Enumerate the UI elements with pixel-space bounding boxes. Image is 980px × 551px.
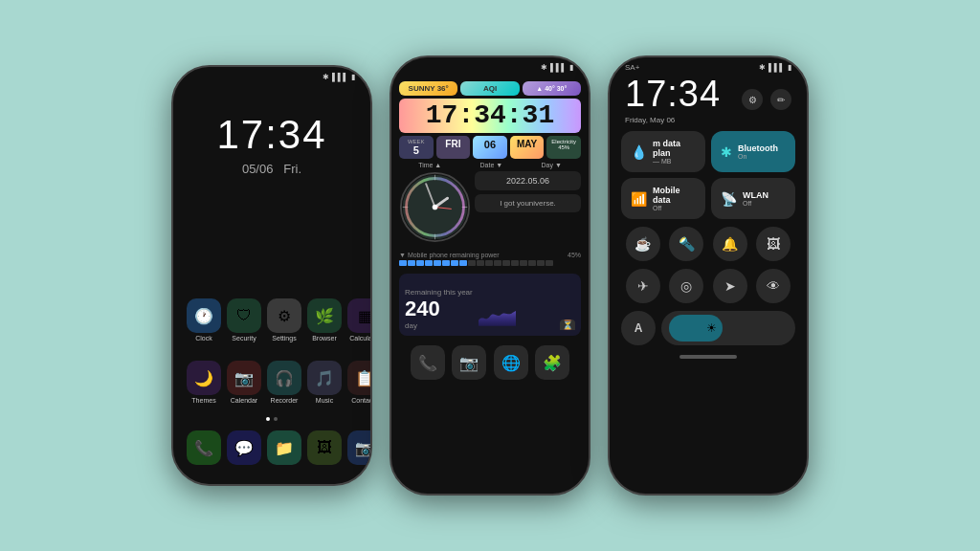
app-contacts[interactable]: 📋 Contacts bbox=[347, 361, 372, 404]
dock-phone[interactable]: 📞 bbox=[187, 430, 221, 465]
bblock-12 bbox=[494, 260, 501, 266]
phone2-dock: 📞 📷 🌐 🧩 bbox=[391, 340, 589, 393]
bblock-15 bbox=[520, 260, 527, 266]
edit-icon[interactable]: ✏ bbox=[770, 89, 791, 110]
coffee-icon-btn[interactable]: ☕ bbox=[626, 227, 660, 261]
dock-gallery[interactable]: 🖼 bbox=[307, 430, 342, 465]
bblock-13 bbox=[502, 260, 510, 266]
phone2-bluetooth-icon: ✱ bbox=[541, 63, 547, 72]
app-settings[interactable]: ⚙ Settings bbox=[267, 298, 301, 342]
data-plan-tile[interactable]: 💧 m data plan — MB bbox=[621, 131, 705, 172]
dock-puzzle[interactable]: 🧩 bbox=[535, 345, 569, 380]
eye-icon-btn[interactable]: 👁 bbox=[756, 269, 791, 303]
battery-label: ▼ Mobile phone remaining power 45% bbox=[399, 252, 581, 258]
wlan-tile[interactable]: 📡 WLAN Off bbox=[711, 178, 795, 219]
app-calendar-icon: 📷 bbox=[227, 361, 261, 395]
phone-3: SA+ ✱ ▌▌▌ ▮ 17:34 Friday, May 06 ⚙ ✏ bbox=[608, 55, 809, 496]
date-display-box: 2022.05.06 bbox=[475, 171, 581, 190]
analog-date-row: 2022.05.06 I got youniverse. bbox=[391, 171, 589, 248]
app-contacts-icon: 📋 bbox=[347, 361, 372, 395]
phone2-top-widgets: SUNNY 36° AQI ▲ 40° 30° bbox=[391, 74, 589, 96]
bblock-16 bbox=[528, 260, 536, 266]
bblock-11 bbox=[485, 260, 493, 266]
accessibility-btn[interactable]: A bbox=[621, 311, 656, 345]
dock-phone2[interactable]: 📞 bbox=[411, 345, 445, 380]
dot-2 bbox=[274, 417, 278, 421]
phone1-app-grid-row2: 🌙 Themes 📷 Calendar 🎧 Recorder 🎵 Music 📋 bbox=[173, 351, 370, 413]
control-bottom-row: A ☀ bbox=[610, 307, 807, 349]
bluetooth-tile[interactable]: ✱ Bluetooth On bbox=[711, 131, 795, 172]
app-themes-icon: 🌙 bbox=[187, 361, 221, 395]
app-browser[interactable]: 🌿 Browser bbox=[307, 298, 342, 342]
data-plan-icon: 💧 bbox=[631, 144, 647, 160]
dock-phone-icon: 📞 bbox=[187, 430, 221, 465]
bell-icon-btn[interactable]: 🔔 bbox=[713, 227, 747, 261]
home-bar[interactable] bbox=[679, 355, 737, 359]
phone2-status-icons: ✱ ▌▌▌ ▮ bbox=[541, 63, 573, 72]
date-msg-col: 2022.05.06 I got youniverse. bbox=[475, 171, 581, 248]
phone1-clock: 17:34 bbox=[173, 112, 370, 158]
app-clock-label: Clock bbox=[195, 335, 212, 342]
app-calculator[interactable]: ▦ Calculator bbox=[347, 298, 372, 342]
bblock-10 bbox=[477, 260, 484, 266]
week-widget: WEEK 5 bbox=[399, 136, 434, 159]
app-security-icon: 🛡 bbox=[227, 298, 261, 333]
dock-gallery-icon: 🖼 bbox=[307, 430, 342, 465]
lcd-clock-widget: 17:34:31 bbox=[399, 99, 581, 133]
year-text-col: Remaining this year 240 day bbox=[405, 288, 473, 330]
brightness-slider[interactable]: ☀ bbox=[661, 311, 795, 345]
app-browser-label: Browser bbox=[312, 335, 337, 342]
sun-icon: ☀ bbox=[706, 321, 717, 335]
year-small-charts: TODAY ⏳ bbox=[522, 320, 575, 330]
control-center-grid: 💧 m data plan — MB ✱ Bluetooth On 📶 bbox=[610, 127, 807, 223]
flashlight-icon-btn[interactable]: 🔦 bbox=[669, 227, 703, 261]
phone3-status-icons: ✱ ▌▌▌ ▮ bbox=[759, 63, 791, 72]
day-widget: 06 bbox=[473, 136, 507, 159]
mobile-data-icon: 📶 bbox=[631, 191, 647, 207]
location-icon-btn[interactable]: ➤ bbox=[713, 269, 747, 303]
app-browser-icon: 🌿 bbox=[307, 298, 342, 333]
app-clock-icon: 🕐 bbox=[187, 298, 221, 333]
electricity-widget: Electricity 45% bbox=[546, 136, 581, 159]
app-calendar-label: Calendar bbox=[231, 397, 257, 404]
app-settings-label: Settings bbox=[272, 335, 296, 342]
phone1-date: 05/06 Fri. bbox=[173, 162, 370, 176]
brightness-fill: ☀ bbox=[669, 315, 723, 342]
dock-camera2[interactable]: 📷 bbox=[452, 345, 486, 380]
app-music-icon: 🎵 bbox=[307, 361, 342, 395]
phone3-time-section: 17:34 Friday, May 06 bbox=[625, 74, 721, 125]
app-recorder[interactable]: 🎧 Recorder bbox=[267, 361, 301, 404]
phone2-row2-widgets: WEEK 5 FRI 06 MAY Electricity 45% bbox=[391, 136, 589, 159]
phones-container: ✱ ▌▌▌ ▮ 17:34 05/06 Fri. 🕐 Clock bbox=[171, 55, 809, 496]
battery-section: ▼ Mobile phone remaining power 45% bbox=[391, 248, 589, 270]
airplane-icon-btn[interactable]: ✈ bbox=[626, 269, 660, 303]
phone1-status-icons: ✱ ▌▌▌ ▮ bbox=[323, 73, 355, 81]
phone3-date: Friday, May 06 bbox=[625, 115, 721, 125]
focus-icon-btn[interactable]: ◎ bbox=[669, 269, 703, 303]
dock-files[interactable]: 📁 bbox=[267, 430, 301, 465]
battery-icon: ▮ bbox=[351, 73, 355, 81]
app-themes[interactable]: 🌙 Themes bbox=[187, 361, 221, 404]
app-themes-label: Themes bbox=[191, 397, 215, 404]
app-clock[interactable]: 🕐 Clock bbox=[187, 298, 221, 342]
bblock-17 bbox=[537, 260, 545, 266]
bblock-5 bbox=[434, 260, 441, 266]
bblock-3 bbox=[416, 260, 424, 266]
app-security[interactable]: 🛡 Security bbox=[227, 298, 261, 342]
dock-browser2[interactable]: 🌐 bbox=[494, 345, 528, 380]
signal-icon: ▌▌▌ bbox=[332, 73, 348, 81]
app-recorder-icon: 🎧 bbox=[267, 361, 301, 395]
app-music[interactable]: 🎵 Music bbox=[307, 361, 342, 404]
dock-messages[interactable]: 💬 bbox=[227, 430, 261, 465]
time-date-bar: Time ▲ Date ▼ Day ▼ bbox=[391, 159, 589, 171]
app-settings-icon: ⚙ bbox=[267, 298, 301, 333]
dock-camera[interactable]: 📷 bbox=[347, 430, 372, 465]
app-calendar[interactable]: 📷 Calendar bbox=[227, 361, 261, 404]
phone2-screen: ✱ ▌▌▌ ▮ SUNNY 36° AQI ▲ 40° 30° 17:34:31 bbox=[391, 57, 589, 494]
phone1-dock: 📞 💬 📁 🖼 📷 bbox=[173, 425, 370, 484]
phone-1: ✱ ▌▌▌ ▮ 17:34 05/06 Fri. 🕐 Clock bbox=[171, 65, 372, 486]
settings-gear-icon[interactable]: ⚙ bbox=[742, 89, 763, 110]
screenshot-icon-btn[interactable]: 🖼 bbox=[756, 227, 791, 261]
mobile-data-tile[interactable]: 📶 Mobile data Off bbox=[621, 178, 705, 219]
wlan-icon: 📡 bbox=[721, 191, 737, 207]
